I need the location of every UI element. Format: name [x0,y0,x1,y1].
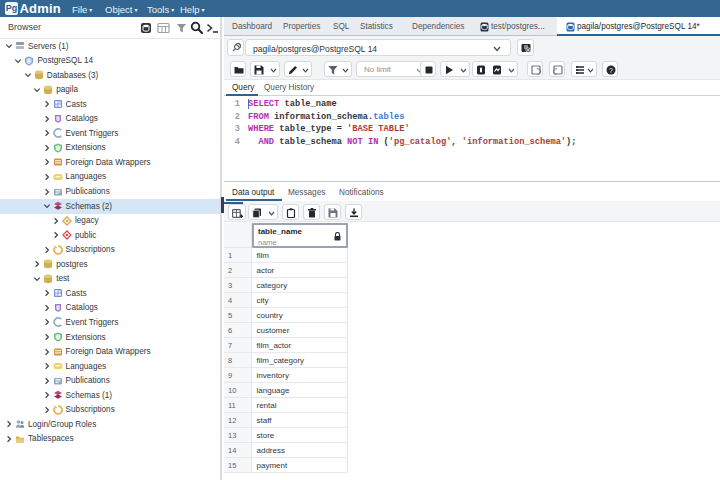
svg-text:?: ? [609,67,613,74]
